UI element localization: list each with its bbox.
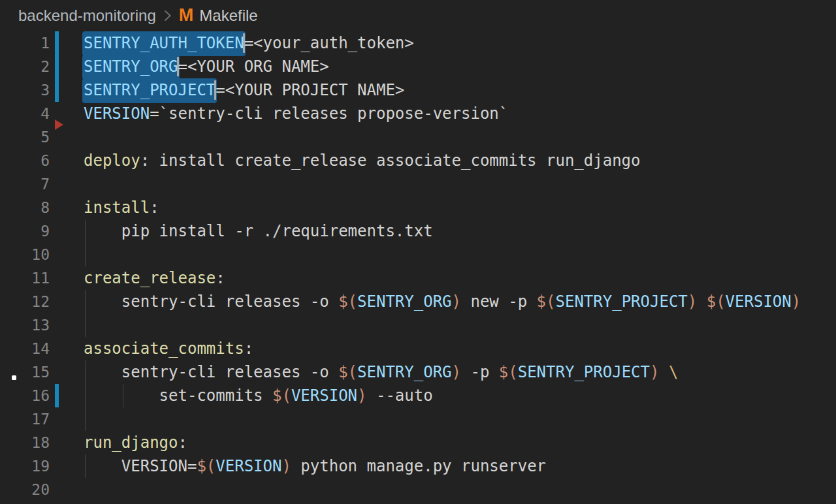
code-line[interactable]: 5 <box>0 125 836 149</box>
line-number[interactable]: 20 <box>0 478 50 501</box>
code-text <box>84 172 836 196</box>
code-text <box>84 243 836 266</box>
code-line[interactable]: 4VERSION=`sentry-cli releases propose-ve… <box>0 102 836 125</box>
code-line[interactable]: 1SENTRY_AUTH_TOKEN=<your_auth_token> <box>0 31 836 55</box>
code-line[interactable]: 10 <box>0 243 836 266</box>
code-segment: run_django <box>84 433 178 452</box>
editor-gutter <box>50 454 84 478</box>
editor-gutter <box>50 31 84 55</box>
code-line[interactable]: 2SENTRY_ORG=<YOUR ORG NAME> <box>0 55 836 78</box>
code-line-content: sentry-cli releases -o $(SENTRY_ORG) new… <box>84 292 801 311</box>
code-line[interactable]: 13 <box>0 313 836 337</box>
indent-guide <box>85 407 86 431</box>
line-number[interactable]: 3 <box>0 78 50 102</box>
breadcrumb-folder[interactable]: backend-monitoring <box>18 7 156 25</box>
code-text <box>84 407 836 431</box>
code-text: pip install -r ./requirements.txt <box>84 219 836 243</box>
code-line-content: deploy: install create_release associate… <box>84 151 641 170</box>
code-line-content: run_django: <box>84 433 187 452</box>
line-number[interactable]: 13 <box>0 313 50 337</box>
code-text: set-commits $(VERSION) --auto <box>84 384 836 407</box>
code-segment: $( <box>499 363 518 381</box>
editor-gutter <box>50 360 84 384</box>
line-number[interactable]: 18 <box>0 431 50 454</box>
editor-gutter <box>50 196 84 219</box>
code-text: sentry-cli releases -o $(SENTRY_ORG) -p … <box>84 360 836 384</box>
code-segment: SENTRY_ORG <box>357 363 452 381</box>
code-line-content: pip install -r ./requirements.txt <box>84 222 433 240</box>
line-number[interactable]: 7 <box>0 172 50 196</box>
indent-guide <box>85 384 86 407</box>
code-segment: associate_commits <box>84 339 244 358</box>
line-number[interactable]: 12 <box>0 290 50 313</box>
code-segment: ) <box>688 292 697 311</box>
code-segment: SENTRY_PROJECT <box>556 292 688 311</box>
code-segment: --auto <box>367 386 433 405</box>
code-text: SENTRY_AUTH_TOKEN=<your_auth_token> <box>84 31 836 55</box>
code-segment: python manage.py runserver <box>291 457 546 475</box>
code-line[interactable]: 16 set-commits $(VERSION) --auto <box>0 384 836 407</box>
code-line[interactable]: 15 sentry-cli releases -o $(SENTRY_ORG) … <box>0 360 836 384</box>
line-number[interactable]: 14 <box>0 337 50 360</box>
code-segment <box>659 363 668 381</box>
code-line[interactable]: 12 sentry-cli releases -o $(SENTRY_ORG) … <box>0 290 836 313</box>
editor-gutter <box>50 313 84 337</box>
code-segment: deploy <box>84 151 140 170</box>
line-number[interactable]: 1 <box>0 31 50 55</box>
code-segment: =<your_auth_token> <box>244 34 414 52</box>
code-line[interactable]: 9 pip install -r ./requirements.txt <box>0 219 836 243</box>
code-line[interactable]: 7 <box>0 172 836 196</box>
line-number[interactable]: 11 <box>0 266 50 290</box>
editor-gutter <box>50 431 84 454</box>
code-line[interactable]: 6deploy: install create_release associat… <box>0 149 836 172</box>
code-segment: $( <box>272 386 291 405</box>
code-text: install: <box>84 196 836 219</box>
line-number[interactable]: 6 <box>0 149 50 172</box>
code-segment: VERSION <box>291 386 357 405</box>
code-segment: ) <box>452 363 461 381</box>
code-line[interactable]: 14associate_commits: <box>0 337 836 360</box>
git-modified-indicator <box>55 78 59 102</box>
code-text: sentry-cli releases -o $(SENTRY_ORG) new… <box>84 290 836 313</box>
code-text <box>84 125 836 149</box>
code-line[interactable]: 17 <box>0 407 836 431</box>
line-number[interactable]: 16 <box>0 384 50 407</box>
code-segment: ) <box>650 363 659 381</box>
line-number[interactable]: 10 <box>0 243 50 266</box>
code-segment: : <box>244 339 253 358</box>
code-line-content: set-commits $(VERSION) --auto <box>84 386 433 405</box>
editor-gutter <box>50 149 84 172</box>
line-number[interactable]: 4 <box>0 102 50 125</box>
code-segment: new -p <box>461 292 537 311</box>
code-segment: ) <box>792 292 801 311</box>
code-line-content: VERSION=`sentry-cli releases propose-ver… <box>84 104 508 123</box>
code-segment: : install create_release associate_commi… <box>140 151 641 170</box>
line-number[interactable]: 9 <box>0 219 50 243</box>
code-line[interactable]: 18run_django: <box>0 431 836 454</box>
line-number[interactable]: 2 <box>0 55 50 78</box>
code-line[interactable]: 8install: <box>0 196 836 219</box>
code-line[interactable]: 19 VERSION=$(VERSION) python manage.py r… <box>0 454 836 478</box>
code-line-content: create_release: <box>84 269 225 287</box>
indent-guide <box>85 290 86 313</box>
code-text: run_django: <box>84 431 836 454</box>
code-text: VERSION=`sentry-cli releases propose-ver… <box>84 102 836 125</box>
breadcrumb-file[interactable]: MMakefile <box>179 7 258 25</box>
line-number[interactable]: 8 <box>0 196 50 219</box>
code-line[interactable]: 20 <box>0 478 836 501</box>
line-number[interactable]: 15 <box>0 360 50 384</box>
white-dot-artifact <box>12 375 16 380</box>
vscode-editor-window: backend-monitoring MMakefile 1SENTRY_AUT… <box>0 0 836 504</box>
code-text: SENTRY_PROJECT=<YOUR PROJECT NAME> <box>84 78 836 102</box>
line-number[interactable]: 19 <box>0 454 50 478</box>
code-area[interactable]: 1SENTRY_AUTH_TOKEN=<your_auth_token>2SEN… <box>0 31 836 501</box>
code-segment: VERSION <box>84 104 150 123</box>
code-line[interactable]: 11create_release: <box>0 266 836 290</box>
indent-guide <box>123 384 123 407</box>
code-segment: : <box>150 198 159 217</box>
code-line-content: associate_commits: <box>84 339 253 358</box>
editor-gutter <box>50 337 84 360</box>
line-number[interactable]: 17 <box>0 407 50 431</box>
line-number[interactable]: 5 <box>0 125 50 149</box>
code-line[interactable]: 3SENTRY_PROJECT=<YOUR PROJECT NAME> <box>0 78 836 102</box>
